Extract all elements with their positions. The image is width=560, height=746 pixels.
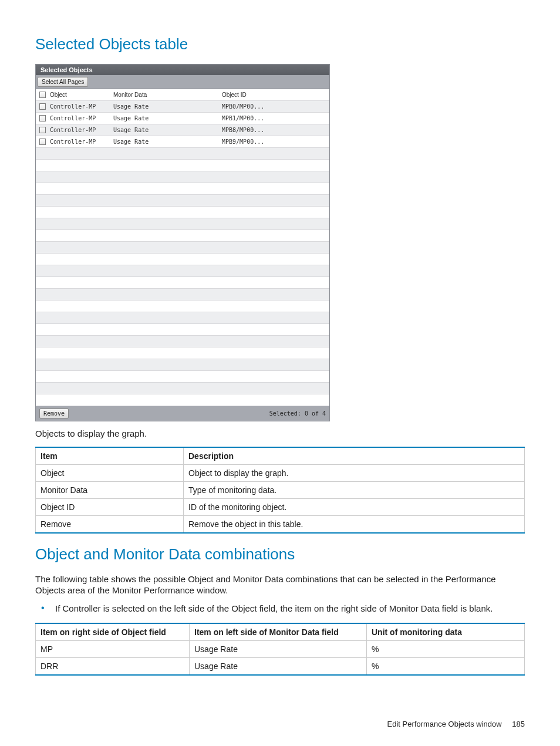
cell-description: Type of monitoring data. [184,481,525,498]
cell-object: Controller-MP [49,139,113,145]
grid-header-row: Object Monitor Data Object ID [36,89,329,101]
cell-unit: % [367,657,525,675]
select-all-pages-button[interactable]: Select All Pages [38,77,88,87]
comb-th-2: Item on left side of Monitor Data field [190,623,367,641]
cell-object-item: MP [36,640,190,657]
cell-monitor-item: Usage Rate [190,657,367,675]
cell-object-id: MPB8/MP00... [222,127,281,133]
grid-data-row: Controller-MPUsage RateMPB8/MP00... [36,124,329,136]
comb-th-3: Unit of monitoring data [367,623,525,641]
cell-object: Controller-MP [49,103,113,110]
grid-empty-row [36,148,329,160]
combinations-table: Item on right side of Object field Item … [35,623,525,676]
intro-text: Objects to display the graph. [35,428,525,440]
row-checkbox[interactable] [39,103,46,110]
cell-description: Object to display the graph. [184,464,525,481]
table-row: Object IDID of the monitoring object. [36,498,525,515]
remove-button[interactable]: Remove [39,409,69,418]
panel-grid: Object Monitor Data Object ID Controller… [36,89,329,406]
selected-objects-panel: Selected Objects Select All Pages Object… [35,64,330,421]
cell-monitor-data: Usage Rate [113,115,222,121]
panel-toolbar: Select All Pages [36,75,329,89]
grid-empty-row [36,383,329,394]
table-row: MPUsage Rate% [36,640,525,657]
cell-item: Monitor Data [36,481,184,498]
cell-description: Remove the object in this table. [184,515,525,533]
combinations-intro: The following table shows the possible O… [35,574,525,596]
grid-empty-row [36,218,329,230]
grid-empty-row [36,336,329,347]
grid-empty-row [36,254,329,265]
desc-th-description: Description [184,447,525,465]
header-checkbox[interactable] [39,92,46,98]
grid-empty-row [36,171,329,183]
col-header-monitor-data: Monitor Data [113,92,222,98]
row-checkbox[interactable] [39,139,46,145]
cell-monitor-data: Usage Rate [113,139,222,145]
grid-empty-row [36,371,329,383]
list-item: If Controller is selected on the left si… [35,603,525,615]
grid-empty-row [36,195,329,207]
footer-title: Edit Performance Objects window [387,720,502,728]
cell-object: Controller-MP [49,127,113,133]
panel-title: Selected Objects [36,65,329,75]
grid-data-row: Controller-MPUsage RateMPB9/MP00... [36,136,329,148]
description-table: Item Description ObjectObject to display… [35,447,525,534]
table-row: Monitor DataType of monitoring data. [36,481,525,498]
table-row: DRRUsage Rate% [36,657,525,675]
col-header-object-id: Object ID [222,92,281,98]
cell-object-id: MPB9/MP00... [222,139,281,145]
grid-empty-row [36,347,329,359]
cell-object-item: DRR [36,657,190,675]
page-footer: Edit Performance Objects window 185 [387,720,525,728]
heading-selected-objects-table: Selected Objects table [35,35,525,53]
table-row: RemoveRemove the object in this table. [36,515,525,533]
grid-empty-row [36,312,329,324]
grid-data-row: Controller-MPUsage RateMPB1/MP00... [36,113,329,124]
grid-empty-row [36,301,329,312]
grid-empty-row [36,277,329,289]
panel-footer: Remove Selected: 0 of 4 [36,406,329,421]
grid-empty-row [36,207,329,218]
cell-monitor-item: Usage Rate [190,640,367,657]
cell-unit: % [367,640,525,657]
grid-empty-row [36,289,329,301]
grid-empty-row [36,230,329,242]
cell-object-id: MPB1/MP00... [222,115,281,121]
cell-item: Object [36,464,184,481]
row-checkbox[interactable] [39,127,46,133]
cell-item: Object ID [36,498,184,515]
cell-object: Controller-MP [49,115,113,121]
footer-page-number: 185 [512,720,525,728]
cell-monitor-data: Usage Rate [113,127,222,133]
grid-empty-row [36,265,329,277]
grid-empty-row [36,183,329,195]
grid-empty-row [36,242,329,254]
cell-description: ID of the monitoring object. [184,498,525,515]
cell-object-id: MPB0/MP00... [222,103,281,110]
grid-empty-row [36,394,329,406]
selection-status: Selected: 0 of 4 [269,410,326,417]
heading-combinations: Object and Monitor Data combinations [35,545,525,563]
table-row: ObjectObject to display the graph. [36,464,525,481]
row-checkbox[interactable] [39,115,46,121]
grid-empty-row [36,324,329,336]
grid-empty-row [36,359,329,371]
comb-th-1: Item on right side of Object field [36,623,190,641]
bullet-list: If Controller is selected on the left si… [35,603,525,615]
cell-item: Remove [36,515,184,533]
col-header-object: Object [49,92,113,98]
desc-th-item: Item [36,447,184,465]
grid-empty-row [36,160,329,171]
cell-monitor-data: Usage Rate [113,103,222,110]
grid-data-row: Controller-MPUsage RateMPB0/MP00... [36,101,329,113]
